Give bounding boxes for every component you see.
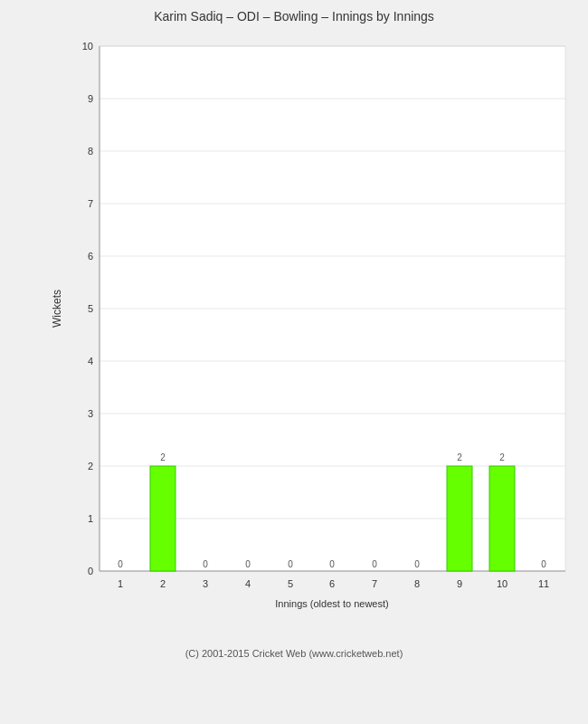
bar-label-6: 0 — [329, 559, 335, 569]
xtick-1: 1 — [118, 578, 123, 589]
bar-2 — [150, 466, 175, 571]
chart-container: Karim Sadiq – ODI – Bowling – Innings by… — [0, 0, 588, 724]
xtick-6: 6 — [329, 578, 335, 589]
bar-label-11: 0 — [541, 559, 546, 569]
chart-area: 10 9 8 7 6 5 4 3 2 — [50, 28, 583, 643]
ytick-9: 9 — [88, 93, 93, 104]
bar-label-10: 2 — [499, 452, 505, 462]
bar-label-7: 0 — [372, 559, 377, 569]
xtick-11: 11 — [538, 578, 549, 589]
chart-svg: 10 9 8 7 6 5 4 3 2 — [50, 28, 583, 643]
ytick-5: 5 — [88, 303, 93, 314]
xtick-2: 2 — [160, 578, 166, 589]
yaxis-label: Wickets — [51, 290, 63, 328]
bar-label-5: 0 — [288, 559, 293, 569]
xtick-5: 5 — [288, 578, 293, 589]
ytick-0: 0 — [88, 566, 93, 576]
ytick-6: 6 — [88, 251, 93, 262]
xtick-9: 9 — [457, 578, 462, 589]
xtick-3: 3 — [203, 578, 208, 589]
bar-label-4: 0 — [245, 559, 251, 569]
bar-label-8: 0 — [414, 559, 420, 569]
bar-label-9: 2 — [457, 452, 462, 462]
ytick-3: 3 — [88, 408, 93, 419]
ytick-10: 10 — [82, 41, 93, 52]
xtick-10: 10 — [497, 578, 507, 589]
footer-text: (C) 2001-2015 Cricket Web (www.cricketwe… — [185, 648, 403, 659]
ytick-7: 7 — [88, 198, 93, 209]
bar-10 — [489, 466, 515, 571]
xaxis-label: Innings (oldest to newest) — [275, 598, 388, 609]
xtick-7: 7 — [372, 578, 377, 589]
xtick-8: 8 — [414, 578, 420, 589]
bar-label-2: 2 — [160, 452, 166, 462]
bar-label-1: 0 — [118, 559, 123, 569]
ytick-8: 8 — [88, 146, 93, 157]
bar-9 — [447, 466, 472, 571]
chart-title: Karim Sadiq – ODI – Bowling – Innings by… — [154, 9, 434, 24]
ytick-4: 4 — [88, 356, 93, 367]
bar-label-3: 0 — [203, 559, 208, 569]
ytick-2: 2 — [88, 461, 93, 472]
ytick-1: 1 — [88, 513, 93, 524]
xtick-4: 4 — [245, 578, 251, 589]
